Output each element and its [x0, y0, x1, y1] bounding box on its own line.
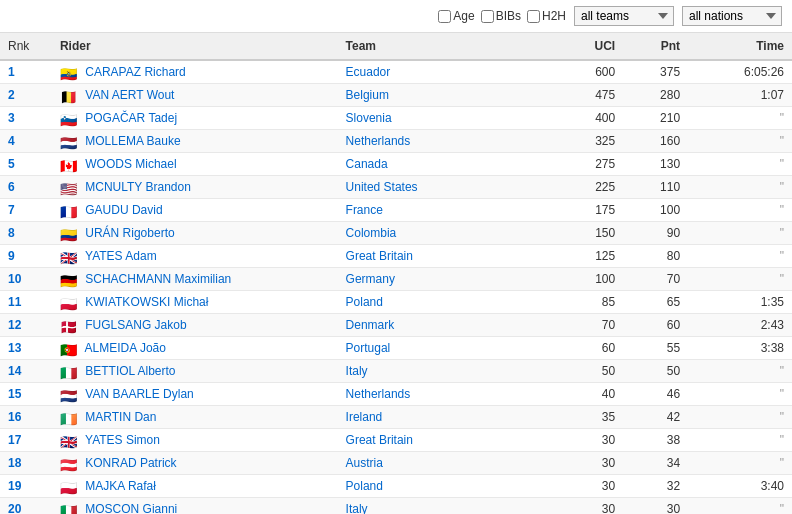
rnk-link[interactable]: 7: [8, 203, 15, 217]
rider-link[interactable]: ALMEIDA João: [85, 341, 166, 355]
cell-team: Italy: [338, 498, 546, 515]
age-checkbox[interactable]: [438, 10, 451, 23]
rnk-link[interactable]: 11: [8, 295, 21, 309]
team-link[interactable]: Canada: [346, 157, 388, 171]
rider-link[interactable]: VAN AERT Wout: [85, 88, 174, 102]
team-link[interactable]: Austria: [346, 456, 383, 470]
rnk-link[interactable]: 2: [8, 88, 15, 102]
cell-uci: 35: [545, 406, 623, 429]
flag-icon: 🇫🇷: [60, 205, 78, 217]
cell-time: ": [688, 452, 792, 475]
rnk-link[interactable]: 12: [8, 318, 21, 332]
rnk-link[interactable]: 18: [8, 456, 21, 470]
rider-link[interactable]: VAN BAARLE Dylan: [85, 387, 194, 401]
teams-dropdown[interactable]: all teams: [574, 6, 674, 26]
rider-link[interactable]: MOLLEMA Bauke: [85, 134, 180, 148]
rider-link[interactable]: FUGLSANG Jakob: [85, 318, 186, 332]
cell-team: Slovenia: [338, 107, 546, 130]
cell-rider: 🇨🇦 WOODS Michael: [52, 153, 338, 176]
team-link[interactable]: Great Britain: [346, 433, 413, 447]
team-link[interactable]: Portugal: [346, 341, 391, 355]
team-link[interactable]: Belgium: [346, 88, 389, 102]
rnk-link[interactable]: 20: [8, 502, 21, 514]
cell-uci: 30: [545, 452, 623, 475]
age-checkbox-label[interactable]: Age: [438, 9, 474, 23]
team-link[interactable]: Poland: [346, 295, 383, 309]
rnk-link[interactable]: 5: [8, 157, 15, 171]
cell-team: Netherlands: [338, 383, 546, 406]
cell-rider: 🇳🇱 VAN BAARLE Dylan: [52, 383, 338, 406]
team-link[interactable]: France: [346, 203, 383, 217]
rider-link[interactable]: GAUDU David: [85, 203, 162, 217]
rider-link[interactable]: BETTIOL Alberto: [85, 364, 175, 378]
table-row: 7 🇫🇷 GAUDU David France 175 100 ": [0, 199, 792, 222]
rnk-link[interactable]: 19: [8, 479, 21, 493]
team-link[interactable]: Ireland: [346, 410, 383, 424]
rnk-link[interactable]: 1: [8, 65, 15, 79]
team-link[interactable]: Germany: [346, 272, 395, 286]
table-row: 20 🇮🇹 MOSCON Gianni Italy 30 30 ": [0, 498, 792, 515]
team-link[interactable]: Denmark: [346, 318, 395, 332]
team-link[interactable]: Colombia: [346, 226, 397, 240]
cell-time: ": [688, 498, 792, 515]
table-row: 17 🇬🇧 YATES Simon Great Britain 30 38 ": [0, 429, 792, 452]
rider-link[interactable]: URÁN Rigoberto: [85, 226, 174, 240]
team-link[interactable]: Ecuador: [346, 65, 391, 79]
cell-rnk: 16: [0, 406, 52, 429]
rnk-link[interactable]: 13: [8, 341, 21, 355]
team-link[interactable]: Italy: [346, 502, 368, 514]
rnk-link[interactable]: 10: [8, 272, 21, 286]
cell-time: ": [688, 383, 792, 406]
cell-uci: 275: [545, 153, 623, 176]
team-link[interactable]: United States: [346, 180, 418, 194]
cell-rider: 🇪🇨 CARAPAZ Richard: [52, 60, 338, 84]
h2h-checkbox[interactable]: [527, 10, 540, 23]
rnk-link[interactable]: 17: [8, 433, 21, 447]
team-link[interactable]: Netherlands: [346, 387, 411, 401]
rider-link[interactable]: MCNULTY Brandon: [85, 180, 191, 194]
cell-team: Denmark: [338, 314, 546, 337]
h2h-checkbox-label[interactable]: H2H: [527, 9, 566, 23]
bibs-checkbox-label[interactable]: BIBs: [481, 9, 521, 23]
rnk-link[interactable]: 6: [8, 180, 15, 194]
rider-link[interactable]: MARTIN Dan: [85, 410, 156, 424]
cell-uci: 40: [545, 383, 623, 406]
cell-rnk: 10: [0, 268, 52, 291]
team-link[interactable]: Poland: [346, 479, 383, 493]
rnk-link[interactable]: 14: [8, 364, 21, 378]
cell-time: ": [688, 130, 792, 153]
bibs-checkbox[interactable]: [481, 10, 494, 23]
cell-team: Portugal: [338, 337, 546, 360]
age-label: Age: [453, 9, 474, 23]
rnk-link[interactable]: 8: [8, 226, 15, 240]
flag-icon: 🇳🇱: [60, 389, 78, 401]
rider-link[interactable]: SCHACHMANN Maximilian: [85, 272, 231, 286]
table-row: 1 🇪🇨 CARAPAZ Richard Ecuador 600 375 6:0…: [0, 60, 792, 84]
team-link[interactable]: Netherlands: [346, 134, 411, 148]
rider-link[interactable]: WOODS Michael: [85, 157, 176, 171]
rnk-link[interactable]: 16: [8, 410, 21, 424]
table-row: 11 🇵🇱 KWIATKOWSKI Michał Poland 85 65 1:…: [0, 291, 792, 314]
team-link[interactable]: Italy: [346, 364, 368, 378]
table-row: 19 🇵🇱 MAJKA Rafał Poland 30 32 3:40: [0, 475, 792, 498]
rider-link[interactable]: MAJKA Rafał: [85, 479, 156, 493]
cell-uci: 475: [545, 84, 623, 107]
rider-link[interactable]: CARAPAZ Richard: [85, 65, 185, 79]
rnk-link[interactable]: 15: [8, 387, 21, 401]
rider-link[interactable]: KONRAD Patrick: [85, 456, 176, 470]
team-link[interactable]: Slovenia: [346, 111, 392, 125]
cell-time: ": [688, 406, 792, 429]
rnk-link[interactable]: 3: [8, 111, 15, 125]
flag-icon: 🇮🇹: [60, 504, 78, 514]
rider-link[interactable]: MOSCON Gianni: [85, 502, 177, 514]
rider-link[interactable]: YATES Simon: [85, 433, 160, 447]
cell-team: Ecuador: [338, 60, 546, 84]
rider-link[interactable]: KWIATKOWSKI Michał: [85, 295, 208, 309]
rider-link[interactable]: YATES Adam: [85, 249, 157, 263]
cell-time: 1:07: [688, 84, 792, 107]
team-link[interactable]: Great Britain: [346, 249, 413, 263]
rider-link[interactable]: POGAČAR Tadej: [85, 111, 177, 125]
nations-dropdown[interactable]: all nations: [682, 6, 782, 26]
rnk-link[interactable]: 9: [8, 249, 15, 263]
rnk-link[interactable]: 4: [8, 134, 15, 148]
